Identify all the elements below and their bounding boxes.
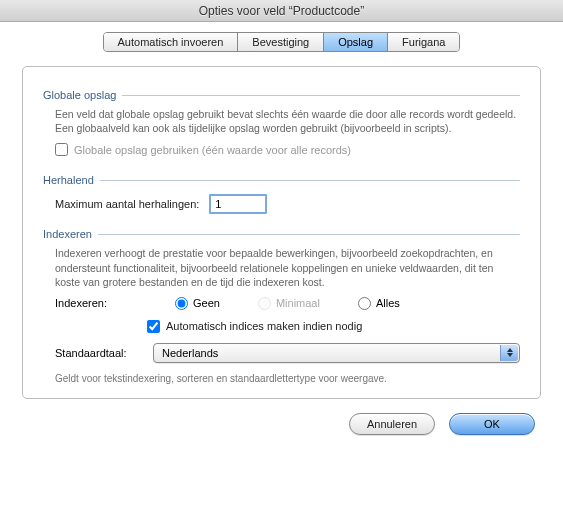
section-desc-global: Een veld dat globale opslag gebruikt bev…: [55, 107, 520, 135]
ok-button[interactable]: OK: [449, 413, 535, 435]
language-select[interactable]: Nederlands: [153, 343, 520, 363]
section-title-global: Globale opslag: [43, 89, 116, 101]
language-value: Nederlands: [162, 347, 218, 359]
dialog-button-row: Annuleren OK: [22, 413, 541, 435]
tab-auto-enter[interactable]: Automatisch invoeren: [104, 33, 239, 51]
index-radio-group: Indexeren: Geen Minimaal Alles: [55, 297, 520, 310]
radio-geen-label: Geen: [193, 297, 220, 309]
section-title-repeat: Herhalend: [43, 174, 94, 186]
section-header-repeat: Herhalend: [43, 174, 520, 186]
language-label: Standaardtaal:: [55, 347, 145, 359]
settings-panel: Globale opslag Een veld dat globale opsl…: [22, 66, 541, 399]
window-titlebar: Opties voor veld “Productcode”: [0, 0, 563, 22]
global-storage-label: Globale opslag gebruiken (één waarde voo…: [74, 144, 351, 156]
section-rule: [100, 180, 520, 181]
global-storage-row: Globale opslag gebruiken (één waarde voo…: [55, 143, 520, 156]
radio-minimaal-input: [258, 297, 271, 310]
tab-bar: Automatisch invoeren Bevestiging Opslag …: [103, 32, 461, 52]
max-repetitions-row: Maximum aantal herhalingen:: [55, 194, 520, 214]
radio-geen[interactable]: Geen: [175, 297, 220, 310]
radio-alles-input[interactable]: [358, 297, 371, 310]
auto-index-row: Automatisch indices maken indien nodig: [147, 320, 520, 333]
radio-minimaal-label: Minimaal: [276, 297, 320, 309]
language-footnote: Geldt voor tekstindexering, sorteren en …: [55, 373, 520, 384]
section-title-index: Indexeren: [43, 228, 92, 240]
section-rule: [98, 234, 520, 235]
tab-validation[interactable]: Bevestiging: [238, 33, 324, 51]
auto-index-checkbox[interactable]: [147, 320, 160, 333]
radio-alles-label: Alles: [376, 297, 400, 309]
global-storage-checkbox[interactable]: [55, 143, 68, 156]
radio-minimaal: Minimaal: [258, 297, 320, 310]
select-arrows-icon: [500, 345, 518, 361]
cancel-button[interactable]: Annuleren: [349, 413, 435, 435]
section-header-global: Globale opslag: [43, 89, 520, 101]
window-title: Opties voor veld “Productcode”: [199, 4, 364, 18]
language-row: Standaardtaal: Nederlands: [55, 343, 520, 363]
section-desc-index: Indexeren verhoogt de prestatie voor bep…: [55, 246, 520, 289]
index-row-label: Indexeren:: [55, 297, 137, 309]
tab-storage[interactable]: Opslag: [324, 33, 388, 51]
tab-furigana[interactable]: Furigana: [388, 33, 459, 51]
section-header-index: Indexeren: [43, 228, 520, 240]
max-repetitions-label: Maximum aantal herhalingen:: [55, 198, 199, 210]
radio-geen-input[interactable]: [175, 297, 188, 310]
radio-alles[interactable]: Alles: [358, 297, 400, 310]
max-repetitions-input[interactable]: [209, 194, 267, 214]
section-rule: [122, 95, 520, 96]
auto-index-label: Automatisch indices maken indien nodig: [166, 320, 362, 332]
